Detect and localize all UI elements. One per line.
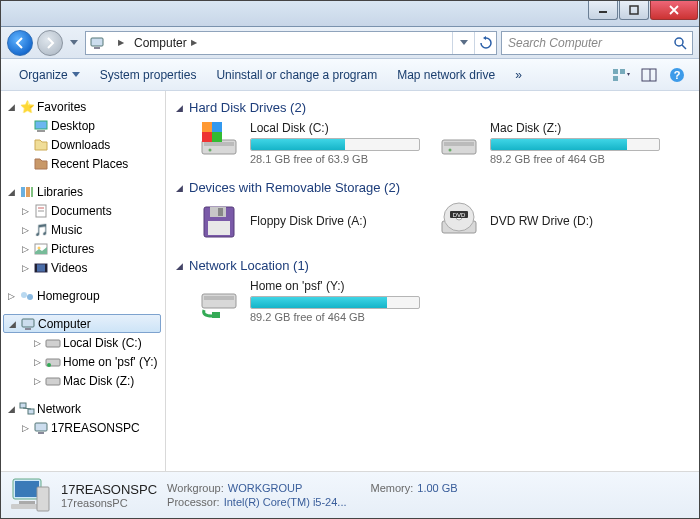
svg-rect-15 [21, 187, 25, 197]
computer-icon [86, 35, 108, 51]
drive-mac-z[interactable]: Mac Disk (Z:) 89.2 GB free of 464 GB [438, 121, 678, 165]
svg-rect-37 [35, 423, 47, 431]
tree-pictures[interactable]: ▷Pictures [1, 239, 165, 258]
floppy-icon [198, 201, 240, 243]
tree-local-disk-c[interactable]: ▷Local Disk (C:) [1, 333, 165, 352]
svg-rect-8 [613, 76, 618, 81]
svg-point-26 [21, 292, 27, 298]
svg-rect-0 [599, 11, 607, 13]
breadcrumb-root[interactable]: ▶ [108, 32, 128, 54]
tree-libraries[interactable]: ◢Libraries [1, 182, 165, 201]
drive-label: Local Disk (C:) [250, 121, 438, 135]
toolbar-overflow[interactable]: » [505, 59, 532, 90]
computer-large-icon [9, 475, 51, 515]
svg-rect-51 [218, 208, 223, 216]
close-button[interactable] [650, 1, 698, 20]
tree-videos[interactable]: ▷Videos [1, 258, 165, 277]
drive-local-c[interactable]: Local Disk (C:) 28.1 GB free of 63.9 GB [198, 121, 438, 165]
svg-rect-6 [613, 69, 618, 74]
tree-network[interactable]: ◢Network [1, 399, 165, 418]
group-header-removable[interactable]: ◢Devices with Removable Storage (2) [172, 177, 693, 201]
breadcrumb-computer[interactable]: Computer▶ [128, 32, 201, 54]
svg-line-36 [23, 408, 31, 409]
forward-button[interactable] [37, 30, 63, 56]
group-header-hdd[interactable]: ◢Hard Disk Drives (2) [172, 97, 693, 121]
navigation-tree: ◢⭐Favorites Desktop Downloads Recent Pla… [1, 91, 166, 471]
network-icon [19, 401, 35, 417]
command-toolbar: Organize System properties Uninstall or … [1, 59, 699, 91]
tree-home-psf-y[interactable]: ▷Home on 'psf' (Y:) [1, 352, 165, 371]
svg-rect-33 [46, 378, 60, 385]
tree-recent-places[interactable]: Recent Places [1, 154, 165, 173]
svg-rect-42 [202, 132, 212, 142]
drive-dvd-d[interactable]: DVD DVD RW Drive (D:) [438, 201, 678, 243]
nav-history-dropdown[interactable] [67, 34, 81, 52]
svg-rect-2 [91, 38, 103, 46]
drive-home-psf-y[interactable]: Home on 'psf' (Y:) 89.2 GB free of 464 G… [198, 279, 438, 323]
svg-line-5 [682, 45, 686, 49]
svg-rect-28 [22, 319, 34, 327]
details-name: 17REASONSPC [61, 482, 157, 497]
details-workgroup-label: Workgroup: [167, 482, 224, 494]
window-titlebar [1, 1, 699, 27]
search-icon [668, 36, 692, 50]
computer-icon [20, 316, 36, 332]
svg-rect-25 [45, 264, 47, 272]
back-button[interactable] [7, 30, 33, 56]
uninstall-program-button[interactable]: Uninstall or change a program [206, 59, 387, 90]
svg-point-4 [675, 38, 683, 46]
tree-homegroup[interactable]: ▷Homegroup [1, 286, 165, 305]
tree-downloads[interactable]: Downloads [1, 135, 165, 154]
svg-rect-62 [15, 481, 39, 497]
details-processor-value: Intel(R) Core(TM) i5-24... [224, 496, 347, 508]
tree-documents[interactable]: ▷Documents [1, 201, 165, 220]
view-options-button[interactable] [609, 64, 633, 86]
tree-music[interactable]: ▷🎵Music [1, 220, 165, 239]
recent-icon [33, 156, 49, 172]
star-icon: ⭐ [19, 99, 35, 115]
svg-point-48 [449, 149, 452, 152]
minimize-button[interactable] [588, 1, 618, 20]
svg-rect-60 [212, 312, 220, 318]
tree-favorites[interactable]: ◢⭐Favorites [1, 97, 165, 116]
svg-rect-43 [212, 132, 222, 142]
details-memory-label: Memory: [371, 482, 414, 494]
svg-rect-34 [20, 403, 26, 408]
address-bar[interactable]: ▶ Computer▶ [85, 31, 497, 55]
organize-menu[interactable]: Organize [9, 59, 90, 90]
group-header-network[interactable]: ◢Network Location (1) [172, 255, 693, 279]
svg-rect-59 [204, 296, 234, 300]
maximize-button[interactable] [619, 1, 649, 20]
tree-desktop[interactable]: Desktop [1, 116, 165, 135]
drive-floppy-a[interactable]: Floppy Disk Drive (A:) [198, 201, 438, 243]
refresh-button[interactable] [474, 32, 496, 54]
hard-drive-icon [438, 122, 480, 164]
drive-icon [45, 335, 61, 351]
address-dropdown[interactable] [452, 32, 474, 54]
search-placeholder: Search Computer [502, 36, 668, 50]
search-input[interactable]: Search Computer [501, 31, 693, 55]
preview-pane-button[interactable] [637, 64, 661, 86]
network-drive-icon [198, 280, 240, 322]
drive-label: DVD RW Drive (D:) [490, 214, 678, 228]
svg-rect-24 [35, 264, 37, 272]
svg-rect-17 [31, 187, 33, 197]
map-network-drive-button[interactable]: Map network drive [387, 59, 505, 90]
help-button[interactable]: ? [665, 64, 689, 86]
svg-point-41 [209, 149, 212, 152]
svg-rect-38 [38, 432, 44, 434]
system-properties-button[interactable]: System properties [90, 59, 207, 90]
dvd-drive-icon: DVD [438, 201, 480, 243]
details-subname: 17reasonsPC [61, 497, 157, 509]
navigation-bar: ▶ Computer▶ Search Computer [1, 27, 699, 59]
drive-space-bar [490, 138, 660, 151]
svg-rect-7 [620, 69, 625, 74]
drive-space-bar [250, 296, 420, 309]
downloads-icon [33, 137, 49, 153]
tree-network-pc[interactable]: ▷17REASONSPC [1, 418, 165, 437]
svg-rect-44 [202, 122, 212, 132]
tree-mac-disk-z[interactable]: ▷Mac Disk (Z:) [1, 371, 165, 390]
svg-rect-1 [630, 6, 638, 14]
details-pane: 17REASONSPC 17reasonsPC Workgroup:WORKGR… [1, 471, 699, 518]
tree-computer[interactable]: ◢Computer [3, 314, 161, 333]
